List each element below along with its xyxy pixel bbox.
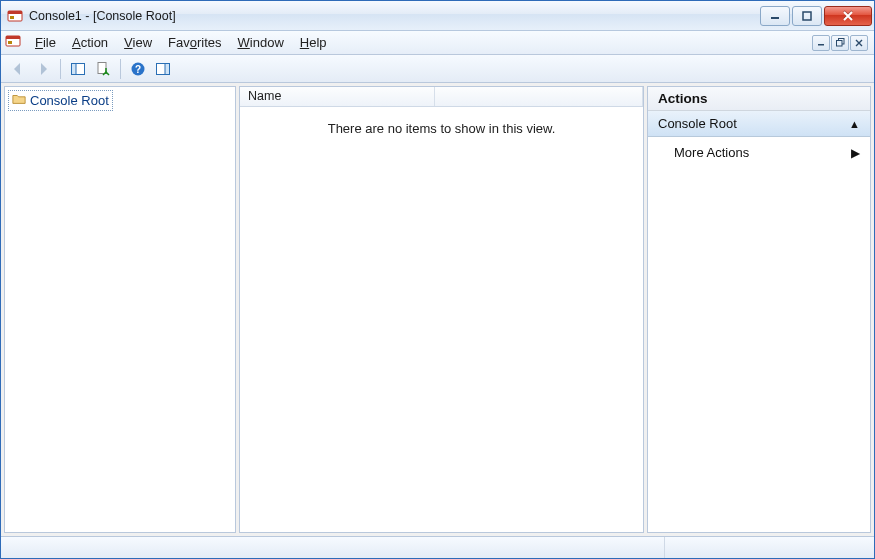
actions-item-more-actions[interactable]: More Actions ▶ [648,137,870,169]
app-window: Console1 - [Console Root] File Action Vi… [0,0,875,559]
actions-pane-header: Actions [648,87,870,111]
folder-icon [12,92,26,109]
close-button[interactable] [824,6,872,26]
svg-rect-7 [8,41,12,44]
svg-rect-6 [6,36,20,39]
minimize-button[interactable] [760,6,790,26]
show-hide-action-pane-button[interactable] [152,58,174,80]
menu-window[interactable]: Window [230,33,292,52]
svg-rect-1 [8,11,22,14]
statusbar [1,536,874,558]
svg-rect-3 [771,17,779,19]
column-header-name[interactable]: Name [240,87,435,106]
show-hide-tree-button[interactable] [67,58,89,80]
help-button[interactable]: ? [127,58,149,80]
svg-text:?: ? [135,64,141,75]
status-cell [664,537,874,558]
actions-item-label: More Actions [674,145,749,160]
forward-button[interactable] [32,58,54,80]
mmc-app-icon [7,8,23,24]
window-title: Console1 - [Console Root] [29,9,176,23]
svg-rect-10 [836,41,842,47]
mmc-doc-icon [5,33,21,52]
export-list-button[interactable] [92,58,114,80]
toolbar: ? [1,55,874,83]
mdi-restore-button[interactable] [831,35,849,51]
toolbar-separator [120,59,121,79]
svg-rect-17 [165,63,170,74]
maximize-button[interactable] [792,6,822,26]
list-body: There are no items to show in this view. [240,107,643,532]
list-header: Name [240,87,643,107]
menu-help[interactable]: Help [292,33,335,52]
content-area: Console Root Name There are no items to … [1,83,874,536]
mdi-minimize-button[interactable] [812,35,830,51]
svg-rect-12 [72,63,77,74]
status-cell [1,537,664,558]
back-button[interactable] [7,58,29,80]
actions-section-label: Console Root [658,116,737,131]
menubar: File Action View Favorites Window Help [1,31,874,55]
mdi-close-button[interactable] [850,35,868,51]
menu-favorites[interactable]: Favorites [160,33,229,52]
column-header-spacer [435,87,643,106]
collapse-icon: ▲ [849,118,860,130]
menu-action[interactable]: Action [64,33,116,52]
tree-item-console-root[interactable]: Console Root [8,90,113,111]
svg-rect-8 [818,44,824,46]
menu-file[interactable]: File [27,33,64,52]
menu-view[interactable]: View [116,33,160,52]
toolbar-separator [60,59,61,79]
svg-rect-2 [10,16,14,19]
actions-pane: Actions Console Root ▲ More Actions ▶ [647,86,871,533]
titlebar: Console1 - [Console Root] [1,1,874,31]
svg-rect-13 [98,62,106,73]
actions-section-console-root[interactable]: Console Root ▲ [648,111,870,137]
submenu-arrow-icon: ▶ [851,146,860,160]
console-tree-pane: Console Root [4,86,236,533]
tree-item-label: Console Root [30,93,109,108]
results-pane: Name There are no items to show in this … [239,86,644,533]
empty-list-message: There are no items to show in this view. [328,121,556,532]
svg-rect-4 [803,12,811,20]
